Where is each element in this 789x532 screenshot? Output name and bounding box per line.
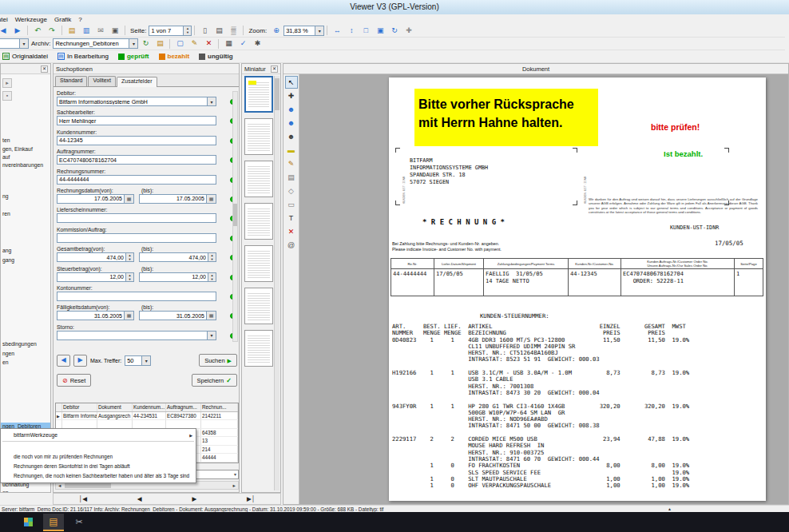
calendar-button[interactable] — [207, 311, 216, 320]
actual-size-icon[interactable]: ▣ — [373, 25, 387, 37]
tree-item[interactable]: ng — [1, 193, 50, 200]
tree-item[interactable]: ren — [1, 210, 50, 217]
calendar-button[interactable] — [125, 311, 134, 320]
max-treffer-dropdown-arrow[interactable] — [142, 355, 151, 366]
annotation-users-icon[interactable]: ☻ — [285, 117, 298, 129]
menu-werkzeuge[interactable]: Werkzeuge — [15, 16, 47, 23]
print-icon[interactable]: ▣ — [108, 25, 122, 37]
folder-icon[interactable]: ▤ — [153, 38, 167, 50]
reset-button[interactable]: Reset — [57, 374, 91, 387]
close-miniatur-button[interactable] — [271, 66, 278, 73]
page-input[interactable] — [149, 26, 184, 36]
pan-tool-icon[interactable]: ✚ — [285, 89, 298, 102]
prev-record-button[interactable] — [131, 495, 149, 502]
tree-toolbar-icon[interactable]: ▸ — [2, 78, 12, 88]
rechnungsnummer-input[interactable] — [57, 175, 216, 185]
menu-grafik[interactable]: Grafik — [54, 16, 71, 23]
sachbearbeiter-input[interactable] — [57, 116, 216, 125]
tree-item[interactable]: en — [1, 489, 50, 493]
highlighter-tool-icon[interactable]: ▬ — [285, 144, 298, 157]
debitor-dropdown-arrow[interactable] — [208, 97, 216, 106]
taskbar-archive-app-icon[interactable] — [18, 514, 38, 531]
max-treffer-select[interactable] — [125, 355, 142, 366]
menu-hilfe[interactable]: ? — [78, 16, 81, 23]
annotation-user-icon[interactable]: ☻ — [285, 103, 298, 116]
context-menu-item-werkzeuge[interactable]: bitfarmWerkzeuge — [1, 431, 196, 440]
lieferscheinnummer-input[interactable] — [57, 213, 216, 223]
steuerbetrag-bis-input[interactable] — [139, 272, 208, 282]
table-view-icon[interactable]: ▦ — [221, 38, 236, 50]
delete-document-icon[interactable]: ✕ — [201, 38, 216, 50]
tree-item[interactable]: auf — [1, 153, 50, 161]
flag-originaldatei[interactable]: ▤Originaldatei — [2, 53, 48, 60]
open-document-icon[interactable]: ▤ — [65, 25, 79, 37]
tree-item[interactable]: nvereinbarungen — [1, 161, 50, 169]
tree-item[interactable]: gen, Einkauf — [1, 145, 50, 153]
nav-back-icon[interactable]: ◀ — [0, 25, 10, 37]
page-thumbnail[interactable] — [244, 76, 273, 113]
delete-annotation-icon[interactable]: ✕ — [285, 225, 298, 238]
zoom-magnifier-icon[interactable]: ⊕ — [269, 25, 283, 37]
column-dokument[interactable]: Dokument — [97, 403, 133, 411]
menu-datei[interactable]: Datei — [0, 16, 8, 23]
result-row[interactable]: ▶ Bitfarm Informa Ausgangsrech 44-234531… — [56, 412, 238, 421]
storno-dropdown-arrow[interactable] — [208, 331, 216, 340]
prev-hit-button[interactable]: ◀ — [57, 355, 70, 367]
kundennummer-input[interactable] — [57, 136, 216, 145]
fit-page-icon[interactable]: □ — [359, 25, 373, 37]
sticky-note-annotation[interactable]: Bitte vorher Rücksprache mit Herrn Hahne… — [414, 89, 598, 146]
zoom-input[interactable] — [283, 26, 315, 36]
result-row[interactable] — [56, 420, 238, 429]
amount-spinner[interactable] — [126, 272, 134, 282]
quick-search-dropdown-arrow[interactable] — [20, 38, 29, 49]
quick-search-input[interactable] — [0, 38, 20, 49]
kommission-auftrag-input[interactable] — [57, 233, 216, 243]
column-rechnungsnummer[interactable]: Rechnun... — [201, 403, 238, 411]
auftragnummer-input[interactable] — [57, 155, 216, 165]
status-ungueltig[interactable]: ungültig — [199, 53, 233, 60]
context-menu-item[interactable]: Rechnungen deren Skontofrist in drei Tag… — [1, 462, 196, 471]
next-hit-button[interactable]: ▶ — [73, 355, 87, 367]
settings-icon[interactable]: ✱ — [250, 38, 264, 50]
speichern-button[interactable]: Speichern — [192, 374, 237, 387]
document-viewport[interactable]: Bitte vorher Rücksprache mit Herrn Hahne… — [299, 74, 788, 504]
gesamtbetrag-von-input[interactable] — [57, 252, 126, 262]
rectangle-tool-icon[interactable]: ▭ — [285, 198, 298, 211]
status-bezahlt[interactable]: bezahlt — [159, 53, 190, 60]
context-menu-item[interactable]: die noch von mir zu prüfenden Rechnungen — [1, 452, 196, 462]
calendar-button[interactable] — [207, 194, 216, 204]
pointer-tool-icon[interactable]: ↖ — [285, 76, 298, 89]
attachment-tool-icon[interactable]: @ — [285, 239, 298, 252]
pan-mode-icon[interactable]: ✚ — [402, 25, 416, 37]
note-tool-icon[interactable]: ▤ — [285, 171, 298, 184]
save-document-icon[interactable]: ▥ — [79, 25, 93, 37]
stamp-tool-icon[interactable]: ☻ — [285, 130, 298, 143]
suchen-button[interactable]: Suchen — [199, 354, 237, 367]
stamp-bitte-pruefen[interactable]: bitte prüfen! — [651, 122, 700, 132]
tab-standard[interactable]: Standard — [55, 76, 87, 86]
fit-width-icon[interactable]: ↔ — [330, 25, 344, 37]
tree-item[interactable]: sbedingungen — [1, 340, 50, 347]
flag-in-bearbeitung[interactable]: ▤In Bearbeitung — [57, 53, 109, 60]
column-debitor[interactable]: Debitor — [62, 403, 97, 411]
nav-forward-icon[interactable]: ▶ — [10, 25, 25, 37]
kontonummer-input[interactable] — [57, 292, 216, 301]
faelligkeitsdatum-von-input[interactable] — [57, 311, 125, 320]
column-auftragnummer[interactable]: Auftragnum... — [166, 403, 201, 411]
continuous-view-icon[interactable]: ▤ — [212, 25, 226, 37]
page-thumbnail[interactable] — [244, 203, 273, 240]
tab-zusatzfelder[interactable]: Zusatzfelder — [117, 77, 157, 87]
tree-item[interactable]: ang — [1, 247, 50, 254]
tree-toolbar-icon[interactable]: ▪ — [2, 91, 12, 101]
window-titlebar[interactable]: Viewer V3 (GPL-Version) — [0, 0, 789, 14]
page-thumbnail[interactable] — [244, 161, 273, 197]
amount-spinner[interactable] — [208, 272, 216, 282]
stamp-ist-bezahlt[interactable]: Ist bezahlt. — [664, 149, 703, 158]
redo-icon[interactable]: ↷ — [45, 25, 59, 37]
tree-item[interactable]: ten — [1, 137, 50, 144]
column-kundennummer[interactable]: Kundennum... — [133, 403, 166, 411]
text-tool-icon[interactable]: T — [285, 212, 298, 224]
faelligkeitsdatum-bis-input[interactable] — [139, 311, 207, 320]
page-thumbnail[interactable] — [244, 330, 273, 367]
approve-icon[interactable]: ✓ — [236, 38, 250, 50]
